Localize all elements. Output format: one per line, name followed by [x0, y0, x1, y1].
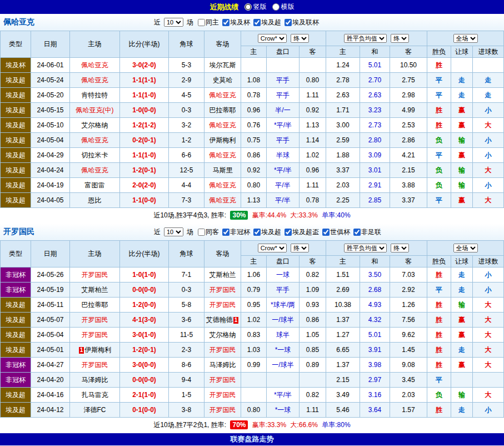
- team-name[interactable]: 埃尔瓦斯: [209, 61, 236, 69]
- team-name[interactable]: 开罗国民: [209, 376, 236, 384]
- home-team-title[interactable]: 佩哈亚克: [3, 17, 34, 27]
- match-type: 非冠杯: [1, 358, 31, 373]
- sub-col-header: 和: [360, 256, 390, 267]
- home-team: 佩哈亚克: [70, 133, 120, 148]
- team-name[interactable]: 佩哈亚克: [82, 136, 108, 144]
- team-name[interactable]: 开罗国民: [82, 271, 108, 279]
- layout-option-horizontal[interactable]: 横版: [272, 2, 295, 12]
- team-name[interactable]: 巴拉蒂耶: [82, 301, 108, 309]
- checkbox-input[interactable]: [285, 19, 292, 26]
- filter-checkbox-非足联[interactable]: 非足联: [353, 227, 381, 237]
- team-name[interactable]: 马泽姆比: [82, 376, 108, 384]
- checkbox-input[interactable]: [198, 229, 205, 236]
- avg-final-select[interactable]: 终: [391, 34, 409, 43]
- team-name[interactable]: 艾斯柏兰: [82, 286, 108, 294]
- filter-checkbox-埃及超[interactable]: 埃及超: [253, 227, 281, 237]
- scope-select[interactable]: 全场: [453, 34, 478, 43]
- filter-checkbox-世俱杯[interactable]: 世俱杯: [322, 227, 350, 237]
- checkbox-input[interactable]: [198, 19, 205, 26]
- team-name[interactable]: 佩哈亚克: [209, 91, 236, 99]
- bookmaker-select[interactable]: Crow*: [258, 34, 287, 43]
- team-name[interactable]: 艾尔格纳: [209, 331, 236, 339]
- odds-final-select[interactable]: 终: [291, 244, 309, 252]
- win-rate-badge: 30%: [230, 211, 248, 220]
- handicap: *一球: [267, 403, 300, 418]
- filter-checkbox-同主[interactable]: 同主: [198, 18, 219, 27]
- team-name[interactable]: 开罗国民: [209, 301, 236, 309]
- team-name[interactable]: 伊斯梅利: [209, 136, 236, 144]
- odds-final-select[interactable]: 终: [291, 34, 309, 43]
- away-odds: 1.11: [300, 403, 326, 418]
- recent-count-select[interactable]: 10: [164, 18, 183, 27]
- team-name[interactable]: 艾尔格纳: [82, 121, 108, 129]
- avg-home: 5.46: [326, 403, 360, 418]
- horizontal-radio[interactable]: [272, 3, 280, 11]
- home-team: 富图雷: [70, 178, 120, 193]
- recent-count-select[interactable]: 10: [164, 227, 183, 236]
- team-name[interactable]: 伊斯梅利: [84, 346, 111, 354]
- away-odds: 0.93: [300, 298, 326, 313]
- filter-checkbox-埃及超[interactable]: 埃及超: [253, 18, 281, 27]
- filter-checkbox-埃及超盃[interactable]: 埃及超盃: [285, 227, 319, 237]
- avg-select[interactable]: 胜平负均值: [344, 34, 387, 43]
- filter-checkbox-非冠杯[interactable]: 非冠杯: [222, 227, 250, 237]
- team-name[interactable]: 开罗国民: [209, 346, 236, 354]
- avg-final-select[interactable]: 终: [391, 244, 409, 252]
- team-name[interactable]: 富图雷: [85, 181, 105, 189]
- team-name[interactable]: 巴拉蒂耶: [209, 106, 236, 114]
- team-name[interactable]: 佩哈亚克: [82, 166, 108, 174]
- avg-home: 1.71: [326, 103, 360, 118]
- avg-home: 2.03: [326, 178, 360, 193]
- team-name[interactable]: 佩哈亚克: [209, 196, 236, 204]
- team-name[interactable]: 艾德翰德: [206, 316, 233, 324]
- layout-option-vertical[interactable]: 竖版: [244, 2, 267, 12]
- result-outcome: 平: [427, 88, 451, 103]
- team-name[interactable]: 扎马雷克: [82, 391, 108, 399]
- corner-score: 1-5: [169, 388, 204, 403]
- checkbox-input[interactable]: [353, 229, 361, 236]
- team-name[interactable]: 开罗国民: [209, 406, 236, 414]
- filter-checkbox-同客[interactable]: 同客: [198, 227, 219, 237]
- checkbox-input[interactable]: [222, 229, 229, 236]
- team-name[interactable]: 开罗国民: [209, 391, 236, 399]
- checkbox-input[interactable]: [253, 19, 261, 26]
- sub-col-header: 主: [241, 46, 267, 58]
- team-name[interactable]: 恩比: [88, 196, 102, 204]
- avg-away: 1.26: [390, 298, 427, 313]
- team-name[interactable]: 史莫哈: [213, 76, 233, 84]
- team-name[interactable]: 艾斯柏兰: [209, 271, 236, 279]
- team-name[interactable]: 开罗国民: [209, 286, 236, 294]
- checkbox-input[interactable]: [285, 229, 292, 236]
- result-outcome: 胜: [427, 358, 451, 373]
- avg-away: 2.03: [390, 388, 427, 403]
- checkbox-input[interactable]: [253, 229, 261, 236]
- vertical-radio[interactable]: [244, 3, 252, 11]
- team-name[interactable]: 佩哈亚克: [209, 181, 236, 189]
- team-name[interactable]: 泽德FC: [84, 406, 106, 414]
- scope-select[interactable]: 全场: [453, 244, 478, 252]
- team-name[interactable]: 马泽姆比: [209, 361, 236, 369]
- team-name[interactable]: 马斯里: [213, 166, 233, 174]
- checkbox-input[interactable]: [322, 229, 330, 236]
- checkbox-input[interactable]: [222, 19, 229, 26]
- scope-group-header: 全场: [427, 241, 504, 256]
- team-name[interactable]: 佩哈亚克: [209, 151, 236, 159]
- filter-checkbox-埃及杯[interactable]: 埃及杯: [222, 18, 250, 27]
- team-name[interactable]: 佩哈亚克: [209, 121, 236, 129]
- team-name[interactable]: 开罗国民: [82, 316, 108, 324]
- team-name[interactable]: 肯特拉特: [82, 91, 108, 99]
- bookmaker-select[interactable]: Crow*: [258, 244, 287, 252]
- goals-outcome: 大: [473, 343, 504, 358]
- team-name[interactable]: 佩哈亚克: [82, 61, 108, 69]
- goals-outcome: 小: [473, 283, 504, 298]
- away-team: 开罗国民: [204, 343, 241, 358]
- away-team-title[interactable]: 开罗国民: [3, 227, 34, 237]
- filter-checkbox-埃及联杯[interactable]: 埃及联杯: [285, 18, 319, 27]
- team-name[interactable]: 开罗国民: [82, 361, 108, 369]
- team-name[interactable]: 佩哈亚克: [82, 76, 108, 84]
- avg-select[interactable]: 胜平负均值: [344, 244, 387, 252]
- avg-away: 3.88: [390, 178, 427, 193]
- team-name[interactable]: 佩哈亚克(中): [76, 106, 114, 114]
- team-name[interactable]: 切拉米卡: [82, 151, 108, 159]
- team-name[interactable]: 开罗国民: [82, 331, 108, 339]
